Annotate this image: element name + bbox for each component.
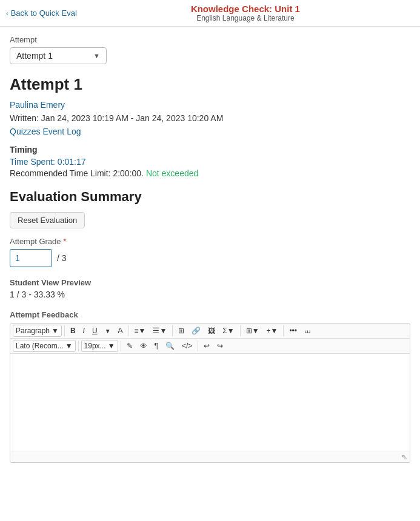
required-star: *: [63, 237, 66, 246]
paragraph-style-select[interactable]: Paragraph ▼: [13, 325, 62, 337]
divider: [78, 340, 79, 351]
evaluation-summary-title: Evaluation Summary: [10, 189, 410, 205]
grade-input[interactable]: [10, 249, 52, 267]
divider: [172, 325, 173, 336]
grid-button[interactable]: ⊞▼: [243, 325, 262, 337]
quizzes-event-log-link[interactable]: Quizzes Event Log: [10, 127, 81, 136]
divider: [64, 325, 65, 336]
strikethrough-button[interactable]: A: [115, 325, 126, 337]
fullscreen-button[interactable]: ⧢: [301, 325, 315, 337]
timing-heading: Timing: [10, 145, 410, 154]
preview-button[interactable]: 👁: [137, 340, 150, 352]
find-button[interactable]: 🔍: [162, 340, 178, 352]
student-name: Paulina Emery: [10, 100, 410, 110]
bold-button[interactable]: B: [67, 325, 79, 337]
not-exceeded-label: Not exceeded: [146, 168, 198, 178]
resize-handle[interactable]: ⇖: [10, 451, 410, 462]
chevron-left-icon: ‹: [6, 10, 8, 17]
image-button[interactable]: 🖼: [205, 325, 218, 337]
resize-icon: ⇖: [401, 453, 407, 461]
page-subtitle: English Language & Literature: [77, 14, 414, 22]
main-content: Attempt Attempt 1 ▼ Attempt 1 Paulina Em…: [0, 27, 420, 471]
divider: [128, 325, 129, 336]
link-button[interactable]: 🔗: [188, 325, 204, 337]
more-button[interactable]: •••: [286, 325, 300, 337]
header-title-group: Knowledge Check: Unit 1 English Language…: [77, 4, 414, 22]
written-dates: Written: Jan 24, 2023 10:19 AM - Jan 24,…: [10, 113, 410, 123]
redo-button[interactable]: ↪: [214, 340, 226, 352]
underline-dropdown-icon[interactable]: ▼: [102, 326, 114, 336]
table-button[interactable]: ⊞: [175, 325, 187, 337]
back-label: Back to Quick Eval: [11, 8, 77, 18]
attempt-selector-label: Attempt: [10, 35, 410, 44]
divider: [283, 325, 284, 336]
grade-denominator: / 3: [57, 253, 67, 263]
underline-button[interactable]: U: [89, 325, 101, 337]
feedback-label: Attempt Feedback: [10, 310, 410, 319]
student-preview-label: Student View Preview: [10, 278, 410, 287]
grade-label-text: Attempt Grade: [10, 237, 61, 246]
attempt-section: Attempt Attempt 1 ▼: [10, 35, 410, 64]
font-size-select[interactable]: 19px... ▼: [81, 340, 118, 352]
toolbar-row-1: Paragraph ▼ B I U ▼ A ≡▼ ☰▼ ⊞ 🔗 🖼 Σ▼ ⊞▼ …: [10, 324, 410, 339]
attempt-dropdown[interactable]: Attempt 1 ▼: [10, 47, 107, 64]
italic-button[interactable]: I: [80, 325, 88, 337]
font-family-select[interactable]: Lato (Recom... ▼: [13, 340, 76, 352]
grade-row: / 3: [10, 249, 410, 267]
undo-button[interactable]: ↩: [201, 340, 213, 352]
recommended-time: Recommended Time Limit: 2:00:00. Not exc…: [10, 168, 410, 178]
paragraph-mark-button[interactable]: ¶: [152, 340, 161, 352]
add-button[interactable]: +▼: [264, 325, 281, 337]
align-button[interactable]: ≡▼: [132, 325, 149, 337]
font-size-chevron-icon: ▼: [108, 342, 115, 350]
font-chevron-icon: ▼: [65, 342, 73, 350]
paragraph-chevron-icon: ▼: [52, 327, 59, 335]
time-spent: Time Spent: 0:01:17: [10, 157, 410, 167]
attempt-title: Attempt 1: [10, 75, 410, 94]
source-button[interactable]: </>: [179, 340, 195, 352]
recommended-time-text: Recommended Time Limit: 2:00:00.: [10, 168, 144, 178]
toolbar-row-2: Lato (Recom... ▼ 19px... ▼ ✎ 👁 ¶ 🔍 </> ↩…: [10, 339, 410, 354]
student-preview-value: 1 / 3 - 33.33 %: [10, 290, 410, 299]
list-button[interactable]: ☰▼: [150, 325, 170, 337]
attempt-grade-label: Attempt Grade *: [10, 237, 410, 246]
font-family-value: Lato (Recom...: [16, 342, 64, 350]
chevron-down-icon: ▼: [93, 52, 100, 59]
back-button[interactable]: ‹ Back to Quick Eval: [6, 8, 77, 18]
format-painter-button[interactable]: ✎: [124, 340, 136, 352]
attempt-dropdown-value: Attempt 1: [16, 51, 53, 61]
formula-button[interactable]: Σ▼: [219, 325, 237, 337]
font-size-value: 19px...: [84, 342, 106, 350]
timing-section: Timing Time Spent: 0:01:17 Recommended T…: [10, 145, 410, 178]
page-title: Knowledge Check: Unit 1: [77, 4, 414, 14]
paragraph-style-value: Paragraph: [16, 327, 50, 335]
divider: [198, 340, 198, 351]
reset-evaluation-button[interactable]: Reset Evaluation: [10, 212, 85, 228]
top-header: ‹ Back to Quick Eval Knowledge Check: Un…: [0, 0, 420, 27]
feedback-editor: Paragraph ▼ B I U ▼ A ≡▼ ☰▼ ⊞ 🔗 🖼 Σ▼ ⊞▼ …: [10, 323, 410, 463]
divider: [121, 340, 121, 351]
divider: [240, 325, 241, 336]
editor-content-area[interactable]: [10, 354, 410, 451]
